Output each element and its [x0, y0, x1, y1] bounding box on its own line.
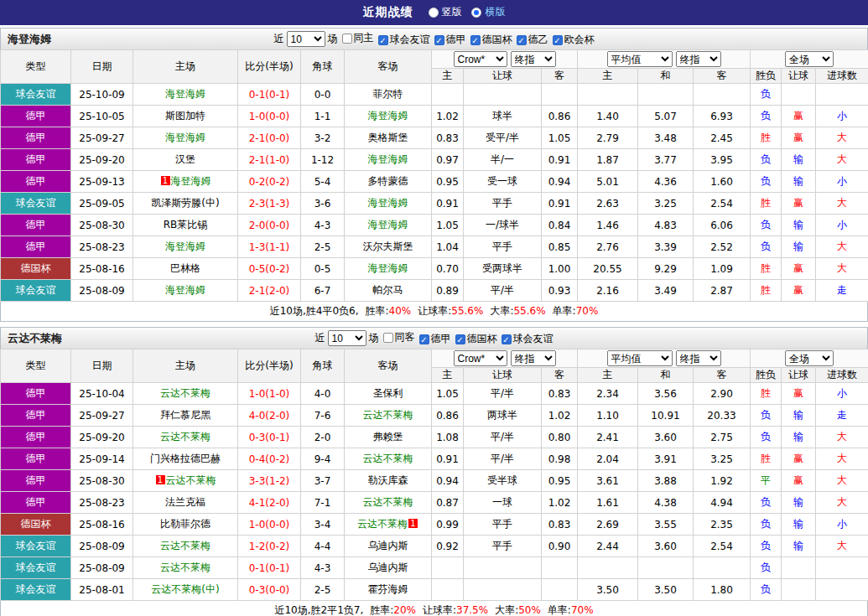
focus-team-link[interactable]: 云达不莱梅(中)	[151, 583, 219, 595]
checkbox-checked-icon[interactable]: ✓	[419, 334, 429, 344]
match-score[interactable]: 0-1(0-1)	[238, 84, 301, 106]
team-link[interactable]: 汉堡	[175, 153, 195, 165]
filter-checkbox[interactable]: ✓欧会杯	[553, 33, 595, 47]
focus-team-link[interactable]: 海登海姆	[368, 219, 408, 230]
team-link[interactable]: 霍芬海姆	[368, 583, 408, 595]
euro-odds-time-select[interactable]: 终指	[676, 51, 721, 67]
focus-team-link[interactable]: 海登海姆	[171, 175, 211, 187]
filter-checkbox[interactable]: ✓球会友谊	[502, 332, 554, 346]
match-score[interactable]: 0-2(0-2)	[238, 171, 301, 193]
radio-unselected-icon[interactable]	[429, 8, 439, 18]
team-link[interactable]: 巴林格	[170, 262, 200, 274]
euro-odds-time-select[interactable]: 终指	[676, 350, 721, 366]
euro-odds-company-select[interactable]: 平均值	[607, 350, 673, 366]
match-score[interactable]: 2-1(0-0)	[238, 127, 301, 149]
match-score[interactable]: 1-3(1-1)	[238, 236, 301, 258]
match-score[interactable]: 2-3(1-3)	[238, 193, 301, 215]
team-link[interactable]: 门兴格拉德巴赫	[150, 453, 221, 464]
checkbox-checked-icon[interactable]: ✓	[434, 35, 444, 45]
match-score[interactable]: 1-0(1-0)	[238, 383, 301, 405]
team-link[interactable]: 圣保利	[373, 387, 403, 399]
focus-team-link[interactable]: 海登海姆	[165, 241, 205, 252]
euro-odds-company-select[interactable]: 平均值	[607, 51, 673, 67]
team-link[interactable]: 勒沃库森	[368, 474, 408, 486]
filter-checkbox[interactable]: ✓德甲	[419, 332, 451, 346]
corner-score: 2-0	[301, 427, 345, 448]
team-link[interactable]: 比勒菲尔德	[160, 518, 211, 530]
match-score[interactable]: 4-1(2-0)	[238, 492, 301, 514]
checkbox-checked-icon[interactable]: ✓	[502, 334, 512, 344]
focus-team-link[interactable]: 云达不莱梅	[363, 453, 413, 464]
match-count-select[interactable]: 10	[328, 330, 366, 346]
asian-odds-company-select[interactable]: Crow*	[454, 51, 507, 67]
team-link[interactable]: 奥格斯堡	[368, 132, 408, 143]
match-score[interactable]: 2-0(0-0)	[238, 215, 301, 236]
filter-checkbox[interactable]: ✓德甲	[434, 33, 466, 47]
match-score[interactable]: 0-3(0-0)	[238, 579, 301, 601]
match-count-select[interactable]: 10	[287, 31, 325, 47]
scope-select[interactable]: 全场	[785, 51, 834, 67]
match-score[interactable]: 0-5(0-2)	[238, 258, 301, 280]
filter-checkbox[interactable]: 同主	[342, 31, 374, 45]
team-link[interactable]: 菲尔特	[373, 88, 403, 100]
scope-select[interactable]: 全场	[785, 350, 834, 366]
filter-checkbox[interactable]: ✓德国杯	[455, 332, 497, 346]
match-score[interactable]: 4-0(2-0)	[238, 405, 301, 427]
match-score[interactable]: 1-0(0-0)	[238, 106, 301, 127]
asian-odds-company-select[interactable]: Crow*	[454, 350, 507, 366]
focus-team-link[interactable]: 海登海姆	[368, 262, 408, 274]
match-score[interactable]: 3-3(1-2)	[238, 470, 301, 492]
filter-checkbox[interactable]: ✓球会友谊	[378, 33, 430, 47]
focus-team-link[interactable]: 云达不莱梅	[160, 562, 211, 573]
focus-team-link[interactable]: 海登海姆	[165, 88, 205, 100]
filter-checkbox[interactable]: ✓德乙	[517, 33, 548, 47]
team-link[interactable]: 斯图加特	[165, 110, 205, 122]
focus-team-link[interactable]: 海登海姆	[165, 132, 205, 143]
team-link[interactable]: 帕尔马	[373, 284, 403, 296]
layout-radio-vertical[interactable]: 竖版	[429, 5, 462, 19]
asian-odds-time-select[interactable]: 终指	[511, 51, 556, 67]
layout-radio-horizontal[interactable]: 横版	[471, 5, 505, 19]
filter-checkbox[interactable]: ✓德国杯	[470, 33, 512, 47]
checkbox-checked-icon[interactable]: ✓	[378, 35, 388, 45]
team-link[interactable]: 拜仁慕尼黑	[160, 409, 211, 421]
checkbox-checked-icon[interactable]: ✓	[455, 334, 465, 344]
checkbox-unchecked-icon[interactable]	[342, 34, 352, 44]
match-score[interactable]: 0-1(0-1)	[238, 557, 301, 579]
team-link[interactable]: 乌迪内斯	[368, 562, 408, 573]
team-link[interactable]: 多特蒙德	[368, 175, 408, 187]
focus-team-link[interactable]: 云达不莱梅	[357, 518, 408, 530]
checkbox-checked-icon[interactable]: ✓	[517, 35, 527, 45]
result-outcome: 负	[751, 106, 782, 127]
team-link[interactable]: 沃尔夫斯堡	[363, 241, 413, 252]
match-score[interactable]: 1-0(0-0)	[238, 514, 301, 536]
filter-checkbox[interactable]: 同客	[383, 330, 415, 344]
team-link[interactable]: 乌迪内斯	[368, 540, 408, 551]
result-handicap: 输	[782, 536, 816, 557]
match-score[interactable]: 2-1(2-0)	[238, 280, 301, 302]
result-outcome: 负	[751, 236, 782, 258]
match-score[interactable]: 0-4(0-2)	[238, 448, 301, 470]
checkbox-unchecked-icon[interactable]	[383, 333, 393, 343]
match-score[interactable]: 2-1(1-0)	[238, 149, 301, 171]
team-link[interactable]: RB莱比锡	[164, 219, 208, 230]
asian-odds-time-select[interactable]: 终指	[511, 350, 556, 366]
focus-team-link[interactable]: 云达不莱梅	[160, 387, 211, 399]
match-score[interactable]: 0-3(0-1)	[238, 427, 301, 448]
match-score[interactable]: 1-2(0-2)	[238, 536, 301, 557]
focus-team-link[interactable]: 海登海姆	[165, 284, 205, 296]
team-link[interactable]: 弗赖堡	[373, 431, 403, 443]
focus-team-link[interactable]: 海登海姆	[368, 110, 408, 122]
focus-team-link[interactable]: 云达不莱梅	[363, 496, 413, 508]
focus-team-link[interactable]: 海登海姆	[368, 197, 408, 209]
focus-team-link[interactable]: 海登海姆	[368, 153, 408, 165]
focus-team-link[interactable]: 云达不莱梅	[160, 540, 211, 551]
checkbox-checked-icon[interactable]: ✓	[470, 35, 481, 45]
focus-team-link[interactable]: 云达不莱梅	[160, 431, 211, 443]
focus-team-link[interactable]: 云达不莱梅	[166, 474, 216, 486]
checkbox-checked-icon[interactable]: ✓	[553, 35, 563, 45]
radio-selected-icon[interactable]	[471, 8, 481, 18]
focus-team-link[interactable]: 云达不莱梅	[363, 409, 413, 421]
team-link[interactable]: 凯泽斯劳滕(中)	[151, 197, 219, 209]
team-link[interactable]: 法兰克福	[165, 496, 205, 508]
